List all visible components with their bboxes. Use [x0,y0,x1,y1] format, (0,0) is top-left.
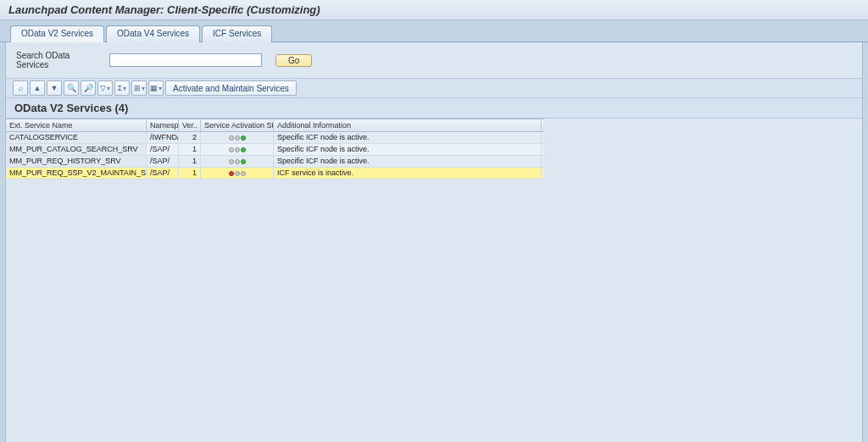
cell-version: 1 [179,168,201,179]
go-button[interactable]: Go [275,54,312,67]
col-namespace[interactable]: Namespace [147,119,179,131]
cell-info: Specific ICF node is active. [274,144,542,155]
table-body: CATALOGSERVICE/IWFND/2Specific ICF node … [6,132,543,180]
filter-icon[interactable]: ▽▾ [97,80,113,96]
traffic-light-icon [229,171,246,176]
table-row[interactable]: CATALOGSERVICE/IWFND/2Specific ICF node … [6,132,543,144]
tab-odata-v2-services[interactable]: OData V2 Services [10,25,104,42]
search-input[interactable] [109,53,262,67]
section-title: OData V2 Services (4) [6,98,862,119]
cell-info: ICF service is inactive. [274,168,542,179]
col-activation-status[interactable]: Service Activation Status [201,119,274,131]
tab-strip: OData V2 ServicesOData V4 ServicesICF Se… [0,20,868,42]
cell-namespace: /IWFND/ [147,132,179,143]
find-next-icon[interactable]: 🔎 [81,80,96,96]
total-icon[interactable]: Σ▾ [114,80,130,96]
traffic-light-icon [229,135,246,141]
cell-service-name: MM_PUR_REQ_HISTORY_SRV [6,156,147,167]
table-row[interactable]: MM_PUR_CATALOG_SEARCH_SRV/SAP/1Specific … [6,144,543,156]
cell-version: 1 [179,156,201,167]
search-label: Search OData Services [16,51,104,69]
cell-info: Specific ICF node is active. [274,132,542,143]
cell-status [201,168,274,179]
tab-icf-services[interactable]: ICF Services [202,25,272,42]
col-additional-info[interactable]: Additional Information [274,119,542,131]
col-service-name[interactable]: Ext. Service Name [6,119,147,131]
activate-maintain-button[interactable]: Activate and Maintain Services [165,80,297,96]
search-row: Search OData Services Go [6,42,862,78]
cell-version: 2 [179,132,201,143]
table-row[interactable]: MM_PUR_REQ_SSP_V2_MAINTAIN_SRV/SAP/1ICF … [6,168,543,180]
tab-content: Search OData Services Go ⌕ ▲ ▼ 🔍 🔎 ▽▾ Σ▾… [5,42,863,442]
services-table: Ext. Service Name Namespace Ver.. Servic… [6,119,543,180]
services-toolbar: ⌕ ▲ ▼ 🔍 🔎 ▽▾ Σ▾ ⊞▾ ▦▾ Activate and Maint… [6,78,862,98]
cell-version: 1 [179,144,201,155]
find-icon[interactable]: 🔍 [64,80,79,96]
cell-service-name: MM_PUR_CATALOG_SEARCH_SRV [6,144,147,155]
cell-status [201,132,274,143]
layout-icon[interactable]: ▦▾ [148,80,164,96]
cell-namespace: /SAP/ [147,168,179,179]
cell-info: Specific ICF node is active. [274,156,542,167]
cell-status [201,144,274,155]
table-header: Ext. Service Name Namespace Ver.. Servic… [6,119,543,132]
cell-service-name: CATALOGSERVICE [6,132,147,143]
cell-status [201,156,274,167]
traffic-light-icon [229,159,246,164]
sort-asc-icon[interactable]: ▲ [30,80,45,96]
tab-odata-v4-services[interactable]: OData V4 Services [106,25,200,42]
page-title: Launchpad Content Manager: Client-Specif… [0,0,868,20]
col-version[interactable]: Ver.. [179,119,201,131]
detail-icon[interactable]: ⌕ [13,80,28,96]
cell-service-name: MM_PUR_REQ_SSP_V2_MAINTAIN_SRV [6,168,147,179]
sort-desc-icon[interactable]: ▼ [47,80,62,96]
traffic-light-icon [229,147,246,152]
export-icon[interactable]: ⊞▾ [131,80,147,96]
cell-namespace: /SAP/ [147,156,179,167]
cell-namespace: /SAP/ [147,144,179,155]
table-row[interactable]: MM_PUR_REQ_HISTORY_SRV/SAP/1Specific ICF… [6,156,543,168]
